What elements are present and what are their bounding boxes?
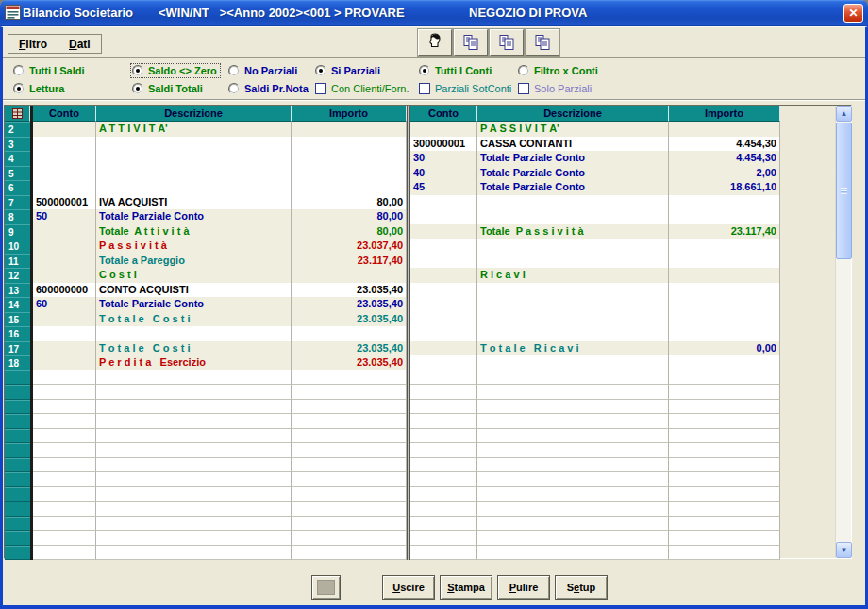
grid-cell-descrizione-right[interactable] [477,472,669,487]
column-header-descrizione-right[interactable]: Descrizione [477,106,669,122]
grid-cell-conto-right[interactable]: 45 [410,180,477,196]
grid-cell-importo-right[interactable] [669,283,780,299]
grid-cell-conto-right[interactable] [410,326,477,342]
grid-cell-importo-right[interactable] [669,400,780,415]
row-number[interactable]: 7 [5,195,30,211]
grid-cell-descrizione-right[interactable]: R i c a v i [477,268,669,284]
grid-cell-importo-right[interactable] [669,502,780,517]
grid-cell-conto-right[interactable] [410,370,477,386]
radio-control[interactable] [13,65,25,76]
row-number[interactable]: 6 [5,180,30,196]
uscire-button[interactable]: Uscire [382,575,435,600]
grid-cell-conto-right[interactable] [410,239,477,255]
grid-cell-conto-left[interactable] [33,268,96,284]
grid-cell-descrizione-right[interactable]: Totale Parziale Conto [477,151,669,167]
menu-tab-filtro[interactable]: Filtro [8,34,58,54]
grid-cell-importo-left[interactable]: 23.035,40 [292,312,407,328]
stampa-button[interactable]: Stampa [440,575,492,600]
column-header-importo-left[interactable]: Importo [292,106,407,122]
grid-cell-conto-left[interactable] [33,151,96,167]
grid-cell-descrizione-right[interactable]: Totale P a s s i v i t à [477,224,669,240]
grid-cell-importo-right[interactable] [669,268,780,284]
pulire-button[interactable]: Pulire [497,575,550,600]
grid-cell-conto-left[interactable] [33,546,96,561]
grid-cell-importo-left[interactable] [292,472,407,487]
grid-cell-conto-left[interactable] [33,443,96,458]
grid-cell-descrizione-left[interactable]: IVA ACQUISTI [96,195,292,211]
grid-cell-importo-right[interactable] [669,443,780,458]
grid-cell-importo-right[interactable] [669,239,780,255]
grid-cell-descrizione-left[interactable] [96,137,292,153]
toolbar-button-person[interactable] [418,29,452,56]
radio-control[interactable] [132,65,143,76]
grid-cell-descrizione-left[interactable] [96,517,292,532]
grid-cell-conto-left[interactable] [33,122,96,138]
grid-cell-descrizione-left[interactable]: T o t a l e C o s t i [96,312,292,328]
row-number[interactable]: 18 [5,355,30,371]
scroll-up-button[interactable]: ▲ [836,106,852,122]
grid-cell-conto-right[interactable] [410,400,477,415]
grid-cell-conto-left[interactable]: 50 [33,209,96,225]
row-number[interactable]: 2 [5,122,30,138]
row-number[interactable]: 14 [5,297,30,313]
grid-cell-importo-left[interactable] [292,326,407,342]
grid-cell-descrizione-left[interactable]: P a s s i v i t à [96,239,292,255]
grid-cell-descrizione-right[interactable] [477,385,669,400]
row-number[interactable]: 8 [5,209,30,225]
grid-cell-conto-left[interactable] [33,254,96,270]
grid-cell-conto-left[interactable] [33,400,96,415]
grid-cell-conto-left[interactable] [33,166,96,182]
grid-cell-importo-left[interactable]: 80,00 [292,195,407,211]
row-number[interactable] [5,458,30,473]
radio-tutti-i-conti[interactable]: Tutti I Conti [418,64,494,77]
grid-cell-conto-left[interactable] [33,341,96,357]
grid-cell-conto-right[interactable] [410,254,477,270]
grid-cell-importo-left[interactable] [292,429,407,444]
grid-cell-descrizione-left[interactable]: Totale a Pareggio [96,254,292,270]
toolbar-button-copy-1[interactable] [454,29,488,56]
grid-cell-descrizione-left[interactable] [96,472,292,487]
radio-no-parziali[interactable]: No Parziali [227,64,300,77]
grid-cell-conto-left[interactable] [33,137,96,153]
grid-cell-conto-right[interactable] [410,209,477,225]
scroll-down-button[interactable]: ▼ [836,542,852,558]
radio-saldo-diverso-zero[interactable]: Saldo <> Zero [131,64,220,77]
grid-cell-conto-left[interactable] [33,414,96,429]
grid-cell-importo-left[interactable] [292,151,407,167]
grid-cell-descrizione-left[interactable]: Totale A t t i v i t à [96,224,292,240]
grid-cell-descrizione-left[interactable] [96,531,292,546]
grid-cell-conto-right[interactable] [410,414,477,429]
grid-cell-importo-right[interactable] [669,195,780,211]
grid-cell-conto-right[interactable] [410,297,477,313]
row-number[interactable]: 12 [5,268,30,284]
grid-cell-conto-right[interactable] [410,443,477,458]
grid-cell-importo-left[interactable] [292,385,407,400]
grid-cell-descrizione-right[interactable] [477,517,669,532]
grid-cell-conto-right[interactable]: 30 [410,151,477,167]
grid-cell-descrizione-right[interactable] [477,370,669,386]
grid-cell-descrizione-right[interactable] [477,283,669,299]
grid-cell-importo-left[interactable] [292,546,407,561]
column-header-conto-right[interactable]: Conto [410,106,477,122]
grid-cell-descrizione-left[interactable] [96,166,292,182]
grid-cell-descrizione-left[interactable] [96,326,292,342]
grid-cell-importo-right[interactable] [669,531,780,546]
column-header-descrizione-left[interactable]: Descrizione [96,106,292,122]
grid-cell-descrizione-right[interactable] [477,458,669,473]
row-number[interactable] [5,414,30,429]
grid-cell-conto-right[interactable] [410,268,477,284]
grid-cell-importo-left[interactable] [292,517,407,532]
checkbox-parziali-sotconti[interactable]: Parziali SotConti [418,82,514,95]
grid-cell-descrizione-right[interactable] [477,502,669,517]
radio-si-parziali[interactable]: Si Parziali [314,64,383,77]
grid-cell-conto-right[interactable] [410,122,477,138]
row-number[interactable]: 10 [5,239,30,255]
grid-cell-importo-right[interactable]: 4.454,30 [669,137,780,153]
checkbox-solo-parziali[interactable]: Solo Parziali [517,82,594,95]
radio-saldi-totali[interactable]: Saldi Totali [131,82,206,95]
grid-cell-conto-right[interactable] [410,502,477,517]
grid-cell-descrizione-left[interactable] [96,400,292,415]
grid-cell-importo-left[interactable]: 80,00 [292,224,407,240]
grid-cell-conto-right[interactable]: 300000001 [410,137,477,153]
grid-cell-descrizione-right[interactable] [477,239,669,255]
